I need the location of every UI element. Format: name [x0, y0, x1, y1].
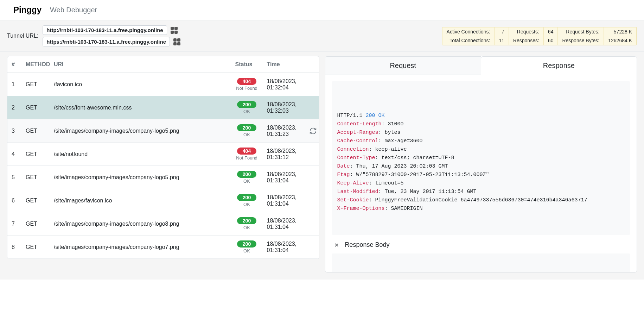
topbar: Tunnel URL: http://rnbti-103-170-183-11.… — [0, 20, 644, 52]
status-badge: 200 — [237, 240, 256, 248]
replay-icon[interactable] — [309, 127, 317, 135]
row-method: GET — [21, 119, 50, 143]
response-body-title: Response Body — [345, 241, 390, 249]
row-status: 404Not Found — [231, 73, 263, 96]
stats-panel: Active Connections:7Requests:64Request B… — [442, 27, 637, 45]
row-uri: /site/css/font-awesome.min.css — [50, 96, 231, 119]
table-row[interactable]: 3GET/site/images/company-images/company-… — [7, 119, 319, 143]
row-method: GET — [21, 143, 50, 166]
stats-label: Response Bytes: — [558, 36, 604, 45]
stats-value: 60 — [543, 36, 558, 45]
table-row[interactable]: 5GET/site/images/company-images/company-… — [7, 166, 319, 189]
status-badge: 200 — [237, 171, 256, 178]
row-time: 18/08/2023,01:31:12 — [263, 143, 305, 166]
row-num: 2 — [7, 96, 21, 119]
row-method: GET — [21, 212, 50, 236]
header-key: X-Frame-Options — [337, 206, 385, 212]
header-value: Tue, 23 May 2017 11:13:54 GMT — [385, 189, 477, 195]
response-body-block: /*! * Font Awesome 4.7.0 by @davegandy -… — [332, 253, 631, 272]
row-num: 8 — [7, 236, 21, 259]
qr-icon[interactable] — [171, 27, 178, 34]
header-value: W/"5788297-31000-2017-05-23T11:13:54.000… — [356, 172, 489, 178]
row-uri: /site/images/favicon.ico — [50, 189, 231, 212]
brand-logo: Pinggy — [13, 5, 42, 15]
tab-response[interactable]: Response — [481, 56, 637, 75]
header-key: Date — [337, 163, 350, 169]
header-value: max-age=3600 — [385, 138, 423, 144]
row-status: 200OK — [231, 96, 263, 119]
status-text: OK — [243, 248, 250, 253]
tunnel-https-url[interactable]: https://rnbti-103-170-183-11.a.free.ping… — [43, 37, 170, 46]
response-headers-block: HTTP/1.1 200 OK Content-Length: 31000 Ac… — [332, 81, 631, 235]
status-badge: 404 — [237, 78, 256, 85]
table-row[interactable]: 6GET/site/images/favicon.ico200OK18/08/2… — [7, 189, 319, 212]
row-status: 404Not Found — [231, 143, 263, 166]
row-uri: /site/images/company-images/company-logo… — [50, 236, 231, 259]
stats-value: 11 — [495, 36, 509, 45]
header-key: Keep-Alive — [337, 180, 369, 186]
navbar: Pinggy Web Debugger — [0, 0, 644, 20]
detail-tabs: Request Response — [325, 56, 637, 75]
col-header-uri: URI — [50, 56, 231, 73]
copy-icon[interactable] — [620, 85, 626, 91]
close-icon[interactable] — [333, 242, 340, 249]
row-method: GET — [21, 73, 50, 96]
table-row[interactable]: 8GET/site/images/company-images/company-… — [7, 236, 319, 259]
header-key: Content-Length — [337, 121, 382, 127]
stats-label: Responses: — [509, 36, 543, 45]
status-text: OK — [243, 109, 250, 114]
table-row[interactable]: 1GET/favicon.ico404Not Found18/08/2023,0… — [7, 73, 319, 96]
table-row[interactable]: 4GET/site/notfound404Not Found18/08/2023… — [7, 143, 319, 166]
main-content: # METHOD URI Status Time 1GET/favicon.ic… — [0, 52, 644, 280]
col-header-method: METHOD — [21, 56, 50, 73]
table-row[interactable]: 2GET/site/css/font-awesome.min.css200OK1… — [7, 96, 319, 119]
row-uri: /site/images/company-images/company-logo… — [50, 166, 231, 189]
row-uri: /favicon.ico — [50, 73, 231, 96]
tunnel-http-url[interactable]: http://rnbti-103-170-183-11.a.free.pingg… — [43, 25, 167, 35]
tunnel-url-label: Tunnel URL: — [7, 33, 38, 39]
header-key: Content-Type — [337, 155, 375, 161]
row-method: GET — [21, 96, 50, 119]
status-line: HTTP/1.1 200 OK — [337, 113, 385, 119]
row-status: 200OK — [231, 236, 263, 259]
status-badge: 200 — [237, 124, 256, 131]
detail-body[interactable]: HTTP/1.1 200 OK Content-Length: 31000 Ac… — [325, 75, 637, 272]
col-header-status: Status — [231, 56, 263, 73]
row-method: GET — [21, 236, 50, 259]
header-value: 31000 — [388, 121, 404, 127]
header-value: timeout=5 — [375, 180, 404, 186]
row-status: 200OK — [231, 119, 263, 143]
header-key: Set-Cookie — [337, 197, 369, 203]
row-time: 18/08/2023,01:31:04 — [263, 236, 305, 259]
header-value: PinggyFreeValidationCookie_6a47497337556… — [375, 197, 587, 203]
row-status: 200OK — [231, 166, 263, 189]
row-method: GET — [21, 166, 50, 189]
status-text: Not Found — [236, 155, 257, 161]
row-num: 4 — [7, 143, 21, 166]
qr-icon[interactable] — [173, 38, 180, 45]
status-badge: 404 — [237, 148, 256, 155]
row-num: 3 — [7, 119, 21, 143]
requests-table: # METHOD URI Status Time 1GET/favicon.ic… — [7, 56, 319, 259]
status-badge: 200 — [237, 194, 256, 201]
status-text: OK — [243, 225, 250, 230]
header-value: bytes — [385, 130, 401, 136]
row-time: 18/08/2023,01:32:04 — [263, 73, 305, 96]
status-badge: 200 — [237, 217, 256, 224]
tab-request[interactable]: Request — [325, 56, 481, 75]
table-row[interactable]: 7GET/site/images/company-images/company-… — [7, 212, 319, 236]
row-num: 1 — [7, 73, 21, 96]
row-uri: /site/images/company-images/company-logo… — [50, 119, 231, 143]
detail-card: Request Response HTTP/1.1 200 OK Content… — [325, 56, 637, 273]
row-time: 18/08/2023,01:31:23 — [263, 119, 305, 143]
row-num: 5 — [7, 166, 21, 189]
stats-value: 1262684 K — [604, 36, 637, 45]
stats-value: 7 — [495, 27, 509, 36]
header-value: SAMEORIGIN — [391, 206, 423, 212]
status-text: Not Found — [236, 86, 257, 91]
navbar-subtitle: Web Debugger — [50, 6, 97, 14]
row-time: 18/08/2023,01:32:03 — [263, 96, 305, 119]
copy-icon[interactable] — [620, 257, 626, 263]
row-num: 7 — [7, 212, 21, 236]
response-body-title-row: Response Body — [333, 241, 629, 249]
